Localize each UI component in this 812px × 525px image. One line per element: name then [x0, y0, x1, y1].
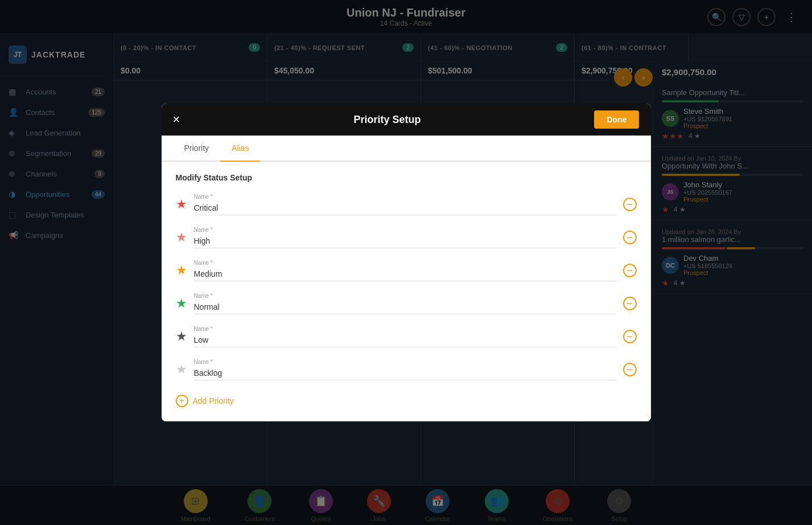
add-priority-button[interactable]: + Add Priority	[176, 392, 234, 410]
modal-tabs: Priority Alias	[162, 136, 651, 162]
modal-body: Modify Status Setup ★ Name * − ★ Name * …	[162, 162, 651, 421]
low-remove-button[interactable]: −	[623, 330, 637, 343]
modal-close-button[interactable]: ×	[173, 113, 180, 126]
modal-section-title: Modify Status Setup	[176, 173, 637, 182]
medium-field: Name *	[194, 260, 616, 281]
critical-name-label: Name *	[194, 194, 616, 200]
priority-setup-modal: × Priority Setup Done Priority Alias Mod…	[162, 104, 651, 421]
backlog-star-icon: ★	[176, 362, 187, 377]
low-field: Name *	[194, 326, 616, 347]
modal-header: × Priority Setup Done	[162, 104, 651, 136]
normal-field: Name *	[194, 293, 616, 314]
critical-name-input[interactable]	[194, 201, 616, 215]
medium-name-input[interactable]	[194, 267, 616, 281]
high-name-label: Name *	[194, 227, 616, 233]
priority-row-high: ★ Name * −	[176, 227, 637, 248]
high-remove-button[interactable]: −	[623, 231, 637, 244]
normal-name-input[interactable]	[194, 300, 616, 314]
add-priority-icon: +	[176, 395, 188, 407]
normal-star-icon: ★	[176, 296, 187, 311]
priority-row-low: ★ Name * −	[176, 326, 637, 347]
critical-remove-button[interactable]: −	[623, 198, 637, 211]
low-name-input[interactable]	[194, 333, 616, 347]
tab-priority[interactable]: Priority	[173, 136, 221, 162]
critical-star-icon: ★	[176, 197, 187, 212]
medium-star-icon: ★	[176, 263, 187, 278]
priority-row-backlog: ★ Name * −	[176, 359, 637, 380]
add-priority-label: Add Priority	[193, 396, 234, 405]
normal-name-label: Name *	[194, 293, 616, 299]
high-star-icon: ★	[176, 230, 187, 245]
backlog-name-label: Name *	[194, 359, 616, 365]
low-name-label: Name *	[194, 326, 616, 332]
tab-alias[interactable]: Alias	[220, 136, 260, 162]
priority-row-critical: ★ Name * −	[176, 194, 637, 215]
normal-remove-button[interactable]: −	[623, 297, 637, 310]
backlog-name-input[interactable]	[194, 366, 616, 380]
backlog-remove-button[interactable]: −	[623, 363, 637, 376]
low-star-icon: ★	[176, 329, 187, 344]
backlog-field: Name *	[194, 359, 616, 380]
medium-name-label: Name *	[194, 260, 616, 266]
priority-row-normal: ★ Name * −	[176, 293, 637, 314]
modal-done-button[interactable]: Done	[594, 110, 639, 129]
critical-field: Name *	[194, 194, 616, 215]
priority-row-medium: ★ Name * −	[176, 260, 637, 281]
modal-title: Priority Setup	[353, 114, 421, 126]
modal-overlay: × Priority Setup Done Priority Alias Mod…	[0, 0, 812, 525]
high-field: Name *	[194, 227, 616, 248]
medium-remove-button[interactable]: −	[623, 264, 637, 277]
high-name-input[interactable]	[194, 234, 616, 248]
